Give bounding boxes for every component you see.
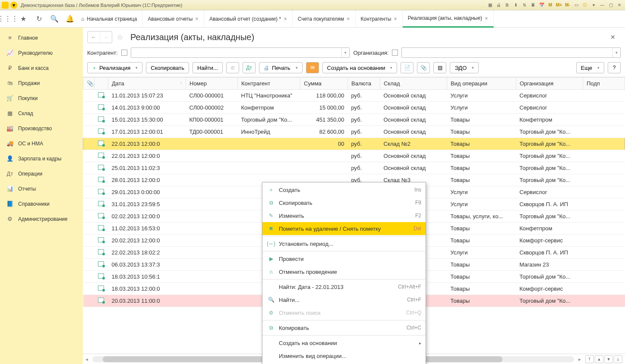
table-row[interactable]: 22.01.2013 12:00:0руб.Основной складТова… — [83, 150, 625, 162]
sidebar-item-12[interactable]: ⚙Администрирование — [0, 211, 83, 226]
col-header-1[interactable] — [95, 78, 108, 90]
sidebar-item-8[interactable]: 👤Зарплата и кадры — [0, 151, 83, 166]
ctx-item-3[interactable]: ✖Пометить на удаление / Снять пометкуDel — [262, 222, 426, 235]
page-first-button[interactable]: ⤒ — [585, 355, 594, 363]
cancel-search-button[interactable]: ⊘ — [226, 62, 239, 73]
nav-back-button[interactable]: ← — [88, 31, 100, 43]
sidebar-item-9[interactable]: ДтОперации — [0, 166, 83, 181]
more-button[interactable]: Еще — [576, 62, 604, 73]
m-icon[interactable]: M — [546, 2, 554, 9]
sidebar-item-2[interactable]: ₽Банк и касса — [0, 60, 83, 75]
tab-5[interactable]: Реализация (акты, накладные)× — [403, 10, 494, 28]
ctx-item-11[interactable]: 🔍Найти...Ctrl+F — [262, 293, 426, 306]
col-header-9[interactable]: Организация — [516, 78, 583, 90]
tb-icon[interactable]: ▦ — [486, 2, 494, 9]
contragent-checkbox[interactable] — [121, 50, 127, 56]
table-row[interactable]: 17.01.2013 12:00:01ТД00-000001ИнноТрейд8… — [83, 126, 625, 138]
create-button[interactable]: ＋Реализация — [87, 62, 142, 73]
ctx-item-16[interactable]: Создать на основании — [262, 336, 426, 349]
tab-close-icon[interactable]: × — [347, 16, 350, 22]
tab-3[interactable]: Счета покупателям× — [293, 10, 356, 28]
col-header-2[interactable]: Дата↓ — [108, 78, 186, 90]
search-icon[interactable]: 🔍 — [47, 11, 62, 27]
tab-4[interactable]: Контрагенты× — [356, 10, 403, 28]
ctx-item-14[interactable]: ⧉КопироватьCtrl+C — [262, 321, 426, 334]
ctx-item-1[interactable]: ⧉СкопироватьF9 — [262, 196, 426, 209]
maximize-icon[interactable]: ▢ — [607, 2, 615, 9]
tab-0[interactable]: ⌂Начальная страница — [78, 10, 142, 28]
col-header-5[interactable]: Сумма — [300, 78, 348, 90]
favorites-icon[interactable]: ★ — [16, 11, 31, 27]
ctx-item-10[interactable]: Найти: Дата - 22.01.2013Ctrl+Alt+F — [262, 280, 426, 293]
app-menu-dropdown[interactable]: ▾ — [10, 2, 17, 9]
close-icon[interactable]: ✕ — [616, 2, 623, 9]
help-button[interactable]: ? — [608, 62, 621, 73]
col-header-4[interactable]: Контрагент — [238, 78, 300, 90]
tab-1[interactable]: Авансовые отчеты× — [142, 10, 204, 28]
copy-button[interactable]: Скопировать — [146, 62, 189, 73]
col-header-8[interactable]: Вид операции — [447, 78, 516, 90]
calc-icon[interactable]: 🖩 — [529, 2, 537, 9]
nav-forward-button[interactable]: → — [100, 31, 112, 43]
m-minus-icon[interactable]: M- — [564, 2, 571, 9]
tab-close-icon[interactable]: × — [485, 15, 488, 22]
ctx-item-7[interactable]: ▶Провести — [262, 252, 426, 265]
sidebar-item-11[interactable]: 📘Справочники — [0, 196, 83, 211]
find-button[interactable]: Найти... — [193, 62, 223, 73]
page-down-button[interactable]: ▼ — [604, 355, 613, 363]
table-row[interactable]: 15.01.2013 15:30:00КП00-000001Торговый д… — [83, 114, 625, 126]
sidebar-item-5[interactable]: ▦Склад — [0, 106, 83, 121]
mail-button[interactable]: ✉ — [306, 62, 319, 73]
compare-icon[interactable]: ⇅ — [521, 2, 528, 9]
sidebar-item-10[interactable]: 📊Отчеты — [0, 181, 83, 196]
dtkt-button[interactable]: Дт — [243, 62, 256, 73]
info-icon[interactable]: ⓘ — [581, 2, 589, 9]
doc2-button[interactable]: ▤ — [433, 62, 446, 73]
page-up-button[interactable]: ▲ — [595, 355, 603, 363]
create-on-button[interactable]: Создать на основании — [322, 62, 398, 73]
attach-button[interactable]: 📎 — [417, 62, 430, 73]
minimize-icon[interactable]: — — [598, 2, 606, 9]
table-row[interactable]: 11.01.2013 15:07:23СЛ00-000001НТЦ "Нанот… — [83, 90, 625, 102]
preview-icon[interactable]: 🗎 — [503, 2, 511, 9]
dd-icon[interactable]: ▾ — [590, 2, 597, 9]
window-icon[interactable]: ▭ — [572, 2, 580, 9]
org-select[interactable]: ▾ — [401, 47, 621, 58]
col-header-10[interactable]: Подп — [583, 78, 625, 90]
sidebar-item-4[interactable]: 🛒Покупки — [0, 91, 83, 106]
col-header-7[interactable]: Склад — [380, 78, 447, 90]
col-header-6[interactable]: Валюта — [348, 78, 380, 90]
col-header-0[interactable]: 📎 — [83, 78, 95, 90]
sidebar-item-0[interactable]: ≡Главное — [0, 30, 83, 45]
history-icon[interactable]: ↻ — [31, 11, 47, 27]
tab-2[interactable]: Авансовый отчет (создание) *× — [204, 10, 293, 28]
table-row[interactable]: 22.01.2013 12:00:000руб.Склад №2ТоварыТо… — [83, 138, 625, 150]
print-button[interactable]: 🖨Печать — [259, 62, 303, 73]
page-close-button[interactable]: ✕ — [609, 32, 617, 42]
print-icon[interactable]: 🖨 — [495, 2, 502, 9]
ctx-item-8[interactable]: ⎌Отменить проведение — [262, 265, 426, 278]
col-header-3[interactable]: Номер — [186, 78, 238, 90]
favorite-star-icon[interactable]: ☆ — [117, 32, 126, 42]
org-checkbox[interactable] — [392, 50, 398, 56]
sidebar-item-7[interactable]: 🚚ОС и НМА — [0, 136, 83, 151]
sidebar-item-3[interactable]: 🛍Продажи — [0, 75, 83, 91]
calendar-icon[interactable]: 📅 — [538, 2, 546, 9]
tab-close-icon[interactable]: × — [284, 16, 287, 22]
apps-icon[interactable]: ⋮⋮⋮ — [0, 11, 16, 27]
contragent-select[interactable]: ▾ — [131, 47, 350, 58]
ctx-item-18[interactable]: Изменить выделенные... — [262, 362, 426, 364]
page-last-button[interactable]: ⤓ — [614, 355, 622, 363]
doc1-button[interactable]: 📄 — [401, 62, 414, 73]
save-icon[interactable]: ⬇ — [512, 2, 520, 9]
tab-close-icon[interactable]: × — [195, 16, 199, 22]
ctx-item-2[interactable]: ✎ИзменитьF2 — [262, 209, 426, 222]
tab-close-icon[interactable]: × — [394, 16, 397, 22]
sidebar-item-1[interactable]: 📈Руководителю — [0, 45, 83, 60]
edo-button[interactable]: ЭДО — [450, 62, 479, 73]
table-row[interactable]: 14.01.2013 9:00:00СЛ00-000002Конфетпром1… — [83, 102, 625, 114]
notifications-icon[interactable]: 🔔 — [62, 11, 78, 27]
sidebar-item-6[interactable]: 🏭Производство — [0, 121, 83, 136]
m-plus-icon[interactable]: M+ — [555, 2, 563, 9]
ctx-item-0[interactable]: ＋СоздатьIns — [262, 183, 426, 196]
